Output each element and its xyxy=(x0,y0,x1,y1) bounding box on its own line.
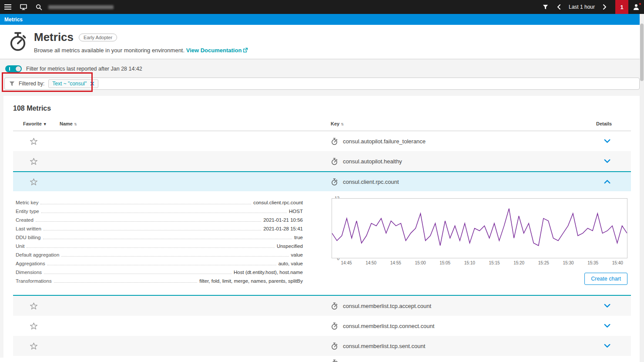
stopwatch-icon xyxy=(331,359,338,362)
stopwatch-icon xyxy=(331,302,338,310)
metric-detail-panel: Metric keyconsul.client.rpc.count Entity… xyxy=(13,191,631,296)
toggle-knob xyxy=(16,66,21,71)
stopwatch-icon xyxy=(331,158,338,165)
favorite-star-icon[interactable] xyxy=(30,158,37,165)
property-row: Created2021-01-21 10:56 xyxy=(16,217,303,226)
x-axis-label: 15:15 xyxy=(489,261,500,265)
x-axis-label: 15:10 xyxy=(464,261,475,265)
page-subtitle: Browse all metrics available in your mon… xyxy=(34,47,184,54)
x-axis-label: 15:35 xyxy=(587,261,598,265)
breadcrumb[interactable]: Metrics xyxy=(4,17,23,23)
x-axis-label: 15:30 xyxy=(563,261,574,265)
property-row: DimensionsHost (dt.entity.host), host.na… xyxy=(16,270,303,278)
table-row[interactable]: consul.memberlist.tcp.accept.count xyxy=(13,296,631,316)
remove-filter-icon[interactable] xyxy=(90,81,94,86)
metric-properties: Metric keyconsul.client.rpc.count Entity… xyxy=(16,198,303,287)
filter-icon[interactable] xyxy=(538,0,553,14)
metric-key: consul.client.rpc.count xyxy=(343,179,399,185)
search-icon[interactable] xyxy=(31,0,47,14)
column-details: Details xyxy=(596,121,631,126)
property-row: Entity typeHOST xyxy=(16,209,303,217)
metric-key: consul.memberlist.tcp.connect.count xyxy=(343,323,434,329)
table-row-expanded[interactable]: consul.client.rpc.count xyxy=(13,171,631,191)
property-row: Transformationsfilter, fold, limit, merg… xyxy=(16,278,303,287)
favorite-star-icon[interactable] xyxy=(30,178,37,186)
table-row[interactable]: consul.memberlist.tcp.connect.count xyxy=(13,316,631,336)
sort-icon: ⇅ xyxy=(74,122,77,126)
page-title: Metrics xyxy=(34,30,74,44)
metric-key: consul.memberlist.tcp.accept.count xyxy=(343,303,431,309)
column-favorite[interactable]: Favorite▼ xyxy=(13,121,54,126)
view-documentation-link[interactable]: View Documentation xyxy=(186,47,248,54)
stopwatch-icon xyxy=(331,178,338,186)
metric-key: consul.autopilot.failure_tolerance xyxy=(343,138,426,145)
filter-bar[interactable]: Filtered by: Text ~ "consul" xyxy=(4,78,640,90)
page-scrollbar[interactable] xyxy=(640,14,644,362)
filter-chip[interactable]: Text ~ "consul" xyxy=(48,79,98,88)
table-row[interactable]: consul.autopilot.failure_tolerance xyxy=(13,131,631,151)
x-axis-label: 15:05 xyxy=(439,261,450,265)
x-axis-label: 15:20 xyxy=(513,261,524,265)
breadcrumb-bar: Metrics xyxy=(0,14,644,25)
table-header: Favorite▼ Name⇅ Key⇅ Details xyxy=(13,121,631,131)
chart-x-axis: 14:4514:5014:5515:0015:0515:1015:1515:20… xyxy=(332,261,627,267)
metric-key: consul.autopilot.healthy xyxy=(343,158,402,165)
property-row: Default aggregationvalue xyxy=(16,252,303,261)
x-axis-label: 15:00 xyxy=(415,261,426,265)
chevron-up-icon[interactable] xyxy=(604,179,610,184)
user-profile-icon[interactable] xyxy=(628,0,644,14)
favorite-star-icon[interactable] xyxy=(30,342,37,350)
toggle-label: Filter for metrics last reported after J… xyxy=(26,66,142,72)
user-alert-dot xyxy=(639,3,641,5)
property-row: Aggregationsauto, value xyxy=(16,261,303,270)
line-chart xyxy=(332,199,627,258)
metric-key: consul.memberlist.tcp.sent.count xyxy=(343,343,425,349)
stopwatch-icon xyxy=(331,322,338,330)
stopwatch-icon xyxy=(331,138,338,145)
metric-chart: 04812 14:4514:5014:5515:0015:0515:1015:1… xyxy=(320,198,627,287)
column-key[interactable]: Key⇅ xyxy=(331,121,596,126)
time-range-selector[interactable]: Last 1 hour xyxy=(565,4,598,10)
filter-chip-text: Text ~ "consul" xyxy=(52,81,87,87)
chevron-down-icon[interactable] xyxy=(604,344,610,348)
deployment-status-icon[interactable] xyxy=(16,0,31,14)
x-axis-label: 15:40 xyxy=(612,261,623,265)
table-row[interactable]: consul.autopilot.healthy xyxy=(13,151,631,171)
time-range-back-icon[interactable] xyxy=(553,0,565,14)
metrics-count: 108 Metrics xyxy=(13,105,631,112)
chevron-down-icon[interactable] xyxy=(604,159,610,163)
scrollbar-thumb[interactable] xyxy=(640,24,644,81)
top-navigation-bar: Last 1 hour 1 xyxy=(0,0,644,14)
notifications-badge[interactable]: 1 xyxy=(615,0,628,14)
sort-desc-icon: ▼ xyxy=(43,122,47,126)
early-adopter-badge: Early Adopter xyxy=(79,34,117,41)
time-range-forward-icon[interactable] xyxy=(598,0,611,14)
column-name[interactable]: Name⇅ xyxy=(54,121,331,126)
favorite-star-icon[interactable] xyxy=(30,302,37,310)
search-query-redacted[interactable] xyxy=(48,5,114,9)
toggle-on-mark xyxy=(9,67,10,71)
metrics-stopwatch-icon xyxy=(8,31,28,51)
property-row: Metric keyconsul.client.rpc.count xyxy=(16,200,303,209)
chevron-down-icon[interactable] xyxy=(604,304,610,308)
last-reported-toggle[interactable] xyxy=(5,65,22,72)
filtered-by-label: Filtered by: xyxy=(19,81,44,87)
favorite-star-icon[interactable] xyxy=(30,322,37,330)
chevron-down-icon[interactable] xyxy=(604,324,610,328)
table-row[interactable]: consul.memberlist.tcp.sent.count xyxy=(13,336,631,356)
favorite-star-icon[interactable] xyxy=(30,138,37,145)
create-chart-button[interactable]: Create chart xyxy=(584,273,627,285)
x-axis-label: 15:25 xyxy=(538,261,549,265)
table-row-partial[interactable] xyxy=(13,356,631,362)
property-row: DDU billingtrue xyxy=(16,235,303,244)
x-axis-label: 14:55 xyxy=(390,261,401,265)
hamburger-menu-icon[interactable] xyxy=(0,0,16,14)
property-row: UnitUnspecified xyxy=(16,244,303,252)
page-header: Metrics Early Adopter Browse all metrics… xyxy=(0,25,644,59)
x-axis-label: 14:50 xyxy=(366,261,376,265)
chart-plot-area[interactable] xyxy=(332,198,627,258)
sort-icon: ⇅ xyxy=(341,122,344,126)
funnel-icon xyxy=(9,81,15,87)
chevron-down-icon[interactable] xyxy=(604,139,610,143)
stopwatch-icon xyxy=(331,342,338,350)
